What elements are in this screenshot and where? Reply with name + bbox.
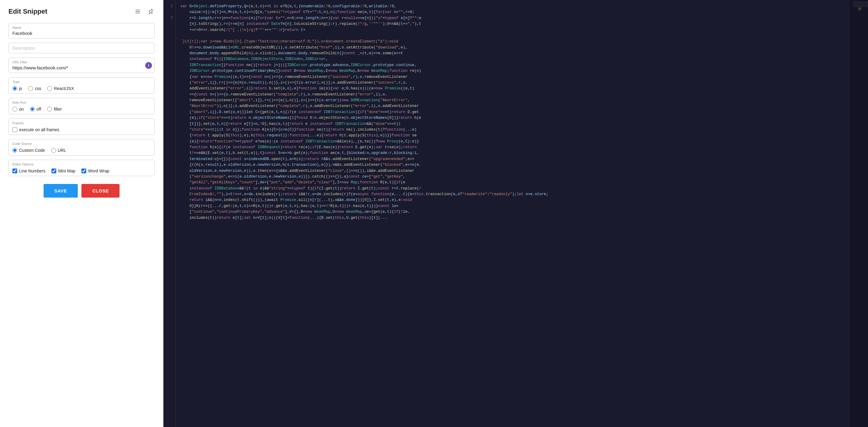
line-numbers-label: Line Numbers (19, 169, 45, 173)
svg-rect-1 (135, 11, 140, 12)
code-source-custom-option[interactable]: Custom Code (12, 148, 45, 153)
line-numbers-checkbox-item[interactable]: Line Numbers (12, 169, 45, 173)
name-input[interactable] (12, 31, 151, 36)
word-wrap-checkbox-item[interactable]: Word Wrap (82, 169, 109, 173)
auto-run-radio-group: on off filter (12, 107, 151, 112)
type-css-label: css (35, 86, 41, 91)
code-editor-panel: ☀ 1 2 var G=Object.defineProperty,Q=(e,t… (163, 0, 868, 427)
code-source-label: Code Source (12, 142, 151, 145)
auto-run-on-label: on (19, 107, 24, 112)
code-source-url-radio[interactable] (51, 148, 56, 153)
header-icons (133, 7, 155, 16)
auto-run-filter-option[interactable]: filter (47, 107, 62, 112)
type-js-radio[interactable] (12, 86, 17, 91)
auto-run-on-radio[interactable] (12, 107, 17, 112)
editor-options-label: Editor Options (12, 163, 151, 166)
editor-options-field-group: Editor Options Line Numbers Mini Map Wor… (8, 160, 155, 176)
panel-title: Edit Snippet (8, 7, 47, 16)
close-button[interactable]: CLOSE (82, 184, 120, 198)
frames-checkbox-item[interactable]: execute on all frames (12, 127, 151, 132)
minimap: var G=Object.defineProperty,Q=(e,t,n)=>t… (850, 0, 868, 427)
description-field-group (8, 43, 155, 53)
auto-run-filter-radio[interactable] (47, 107, 52, 112)
frames-checkbox[interactable] (12, 127, 17, 132)
word-wrap-label: Word Wrap (88, 169, 109, 173)
type-css-radio[interactable] (28, 86, 33, 91)
code-source-url-label: URL (58, 148, 66, 153)
auto-run-on-option[interactable]: on (12, 107, 24, 112)
name-label: Name (12, 26, 151, 29)
save-button[interactable]: SAVE (43, 184, 78, 198)
code-content[interactable]: var G=Object.defineProperty,Q=(e,t,n)=>t… (176, 0, 850, 427)
word-wrap-checkbox[interactable] (82, 169, 86, 173)
type-label: Type (12, 80, 151, 84)
frames-field-group: Frames execute on all frames (8, 118, 155, 135)
auto-run-field-group: Auto Run on off filter (8, 98, 155, 114)
panel-header: Edit Snippet (8, 7, 155, 16)
type-react-label: React/JSX (54, 86, 74, 91)
code-editor: 1 2 var G=Object.defineProperty,Q=(e,t,n… (163, 0, 868, 427)
type-react-option[interactable]: React/JSX (47, 86, 74, 91)
mini-map-checkbox-item[interactable]: Mini Map (52, 169, 75, 173)
url-filter-field-group: URL Filter i (8, 58, 155, 73)
url-filter-label: URL Filter (12, 60, 151, 64)
name-field-group: Name (8, 23, 155, 38)
line-number-2: 2 (166, 15, 173, 21)
svg-rect-2 (135, 13, 140, 13)
type-react-radio[interactable] (47, 86, 52, 91)
edit-snippet-panel: Edit Snippet Name URL Filter (0, 0, 163, 427)
frames-label: Frames (12, 121, 151, 125)
code-source-url-option[interactable]: URL (51, 148, 66, 153)
url-filter-input[interactable] (12, 65, 151, 70)
type-radio-group: js css React/JSX (12, 86, 151, 91)
frames-option-label: execute on all frames (19, 127, 59, 132)
type-js-label: js (19, 86, 22, 91)
auto-run-off-radio[interactable] (30, 107, 35, 112)
auto-run-off-option[interactable]: off (30, 107, 41, 112)
line-numbers-gutter: 1 2 (163, 0, 176, 427)
type-css-option[interactable]: css (28, 86, 41, 91)
code-source-custom-label: Custom Code (19, 148, 45, 153)
mini-map-label: Mini Map (58, 169, 75, 173)
code-source-custom-radio[interactable] (12, 148, 17, 153)
line-number-1: 1 (166, 4, 173, 9)
type-field-group: Type js css React/JSX (8, 77, 155, 94)
action-buttons: SAVE CLOSE (8, 184, 155, 198)
minimap-content: var G=Object.defineProperty,Q=(e,t,n)=>t… (850, 0, 868, 8)
pin-icon[interactable] (146, 7, 155, 16)
description-input[interactable] (12, 46, 151, 51)
auto-run-filter-label: filter (54, 107, 62, 112)
mini-map-checkbox[interactable] (52, 169, 56, 173)
auto-run-label: Auto Run (12, 101, 151, 104)
info-icon[interactable]: i (145, 62, 152, 69)
type-js-option[interactable]: js (12, 86, 22, 91)
code-source-radio-group: Custom Code URL (12, 148, 151, 153)
line-numbers-checkbox[interactable] (12, 169, 17, 173)
menu-icon[interactable] (133, 7, 142, 16)
svg-rect-0 (135, 10, 140, 10)
auto-run-off-label: off (37, 107, 41, 112)
code-source-field-group: Code Source Custom Code URL (8, 139, 155, 155)
editor-options-checkbox-row: Line Numbers Mini Map Word Wrap (12, 169, 151, 173)
